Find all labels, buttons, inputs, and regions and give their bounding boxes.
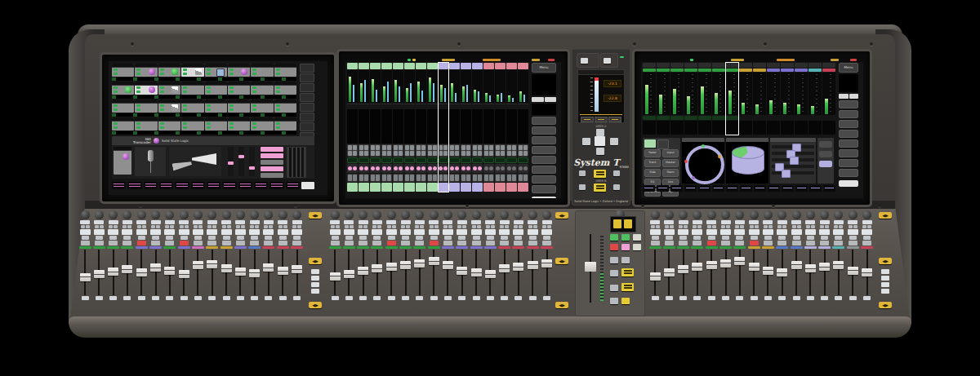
master-button[interactable] <box>610 298 618 304</box>
strip-button[interactable] <box>439 175 443 181</box>
channel-strip[interactable] <box>393 63 403 192</box>
view-button[interactable]: Stem <box>662 169 679 177</box>
select-button[interactable] <box>720 229 731 235</box>
master-afl-button[interactable] <box>621 244 630 250</box>
tile-button[interactable] <box>114 122 118 125</box>
strip-button[interactable] <box>443 151 448 156</box>
layer-tile[interactable] <box>809 185 822 192</box>
fader-cap[interactable] <box>862 268 872 276</box>
strip-misc-buttons[interactable] <box>461 174 471 182</box>
fader-strip[interactable] <box>677 210 690 300</box>
strip-bottom-button[interactable] <box>416 296 423 300</box>
effect-tile[interactable] <box>274 100 296 113</box>
strip-button[interactable] <box>501 145 505 150</box>
strip-button[interactable] <box>466 151 470 156</box>
user-b-button[interactable] <box>613 170 620 176</box>
fader-cap[interactable] <box>94 270 105 278</box>
strip-misc-buttons[interactable] <box>506 174 517 182</box>
strip-name-tag[interactable] <box>472 183 483 192</box>
pan-knob[interactable] <box>455 166 459 170</box>
strip-small-buttons[interactable] <box>278 225 287 228</box>
fader-knob[interactable] <box>735 210 744 219</box>
fader-strip[interactable] <box>276 210 289 300</box>
cut-button[interactable] <box>359 241 368 246</box>
select-button[interactable] <box>457 229 467 235</box>
fader-knob[interactable] <box>820 210 829 219</box>
layer-tile[interactable] <box>191 182 205 189</box>
slider[interactable] <box>772 165 814 168</box>
select-button[interactable] <box>848 229 858 235</box>
tile-button[interactable] <box>114 104 118 107</box>
fader-knob[interactable] <box>109 210 118 219</box>
strip-small-buttons[interactable] <box>264 225 273 228</box>
strip-pan-knobs[interactable] <box>472 164 483 173</box>
fader-cap[interactable] <box>358 267 368 275</box>
strip-pan-knobs[interactable] <box>506 164 517 173</box>
select-button[interactable] <box>136 229 147 235</box>
channel-strip[interactable] <box>753 63 766 135</box>
strip-bottom-button[interactable] <box>821 296 828 300</box>
fader-cap[interactable] <box>763 267 773 275</box>
strip-button[interactable] <box>416 175 421 181</box>
strip-buttons[interactable] <box>439 144 449 157</box>
strip-pan-knobs[interactable] <box>393 164 403 173</box>
bank-arrow-button[interactable]: ◀▶ <box>309 258 322 264</box>
strip-button[interactable] <box>376 145 380 150</box>
fader-track[interactable] <box>527 250 539 295</box>
cut-button[interactable] <box>750 241 759 246</box>
strip-pan-knobs[interactable] <box>347 164 358 173</box>
effect-tile[interactable] <box>205 117 227 130</box>
strip-bottom-button[interactable] <box>208 296 216 300</box>
strip-buttons[interactable] <box>416 144 426 157</box>
pan-knob[interactable] <box>410 166 414 170</box>
strip-small-buttons[interactable] <box>236 225 245 228</box>
strip-button[interactable] <box>450 151 454 156</box>
solo-button[interactable] <box>863 236 871 240</box>
cut-button[interactable] <box>443 241 452 246</box>
strip-button[interactable] <box>507 175 511 181</box>
fader-knob[interactable] <box>387 210 396 219</box>
menu-list-button[interactable] <box>532 117 556 125</box>
strip-button[interactable] <box>523 175 528 181</box>
strip-misc-buttons[interactable] <box>347 174 358 182</box>
strip-small-buttons[interactable] <box>372 225 381 228</box>
master-button[interactable] <box>610 257 618 263</box>
fader-knob[interactable] <box>345 210 354 219</box>
pan-knob[interactable] <box>376 166 380 170</box>
fader-track[interactable] <box>107 250 119 295</box>
fader-cap[interactable] <box>805 264 816 272</box>
layer-tile[interactable] <box>670 185 683 192</box>
menu-list-button[interactable] <box>839 169 858 177</box>
effect-source-tile[interactable] <box>114 147 131 175</box>
fader-cap[interactable] <box>400 261 411 269</box>
tile-button[interactable] <box>207 126 211 129</box>
master-button[interactable] <box>610 270 618 276</box>
strip-name-tag[interactable] <box>359 183 369 192</box>
fader-cap[interactable] <box>344 270 354 278</box>
strip-button[interactable] <box>387 145 391 150</box>
pan-knob[interactable] <box>433 166 437 170</box>
cut-button[interactable] <box>679 241 688 246</box>
fader-cap[interactable] <box>179 270 189 278</box>
fader-knob[interactable] <box>679 210 688 219</box>
fader-cap[interactable] <box>664 268 675 276</box>
select-button[interactable] <box>150 229 161 235</box>
strip-buttons[interactable] <box>472 144 483 157</box>
strip-small-buttons[interactable] <box>457 225 466 228</box>
fader-track[interactable] <box>804 250 817 295</box>
pan-knob[interactable] <box>364 166 368 170</box>
fader-track[interactable] <box>442 250 454 295</box>
channel-strip[interactable] <box>712 63 725 135</box>
view-button[interactable]: Track <box>644 159 661 167</box>
tile-button[interactable] <box>276 108 280 111</box>
strip-bottom-button[interactable] <box>736 296 743 300</box>
tile-button[interactable] <box>276 126 280 129</box>
strip-button[interactable] <box>399 151 403 156</box>
channel-strip[interactable] <box>359 63 369 192</box>
pan-knob[interactable] <box>489 166 493 170</box>
fader-cap[interactable] <box>848 267 858 275</box>
tile-button[interactable] <box>252 69 256 71</box>
strip-pan-knobs[interactable] <box>359 164 369 173</box>
monitor-key[interactable] <box>881 289 889 294</box>
tile-button[interactable] <box>276 91 280 93</box>
